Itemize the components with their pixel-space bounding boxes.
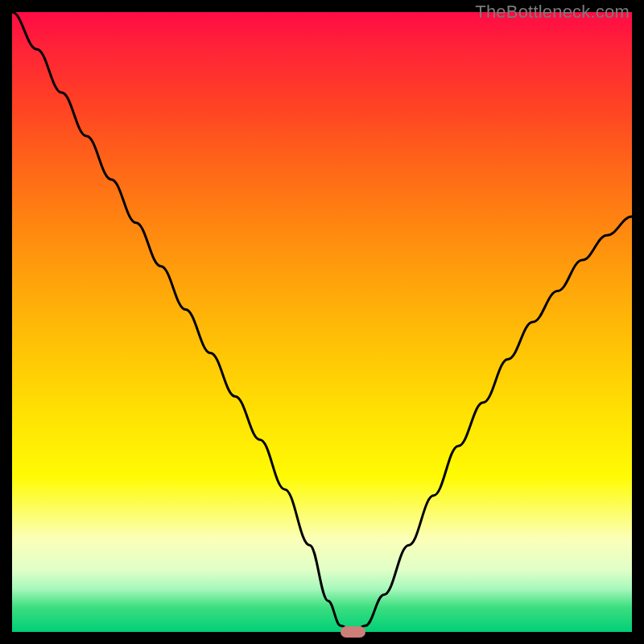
watermark-text: TheBottleneck.com (475, 2, 630, 23)
bottleneck-curve (12, 12, 632, 632)
chart-frame: TheBottleneck.com (0, 0, 644, 644)
plot-area (12, 12, 632, 632)
optimal-point-marker (341, 626, 365, 638)
